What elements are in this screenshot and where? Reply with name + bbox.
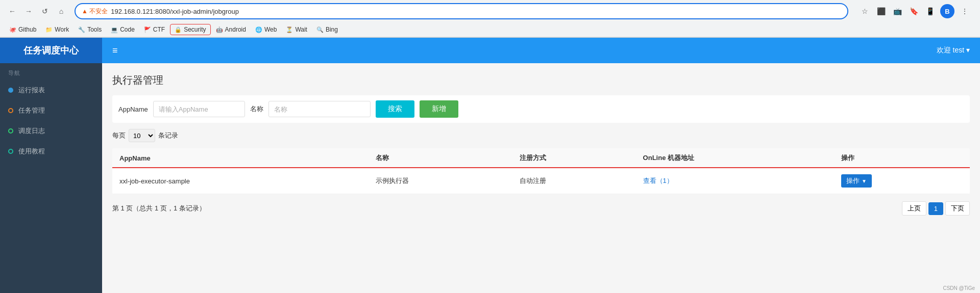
bookmark-code[interactable]: 💻Code — [107, 24, 139, 35]
app-header: 任务调度中心 ≡ 欢迎 test ▾ — [0, 38, 980, 63]
bookmarks-bar: 🐙Github📁Work🔧Tools💻Code🚩CTF🔒Security🤖And… — [0, 22, 980, 37]
bookmark-label: CTF — [153, 26, 165, 33]
page-1-button[interactable]: 1 — [928, 202, 943, 215]
bookmark-web[interactable]: 🌐Web — [251, 24, 281, 35]
app-header-left: 任务调度中心 ≡ — [10, 38, 120, 63]
footer-credit: CSDN @TiGe — [943, 285, 975, 291]
bookmark-icon: 🌐 — [255, 26, 262, 33]
address-text: 192.168.0.121:8080/xxl-job-admin/jobgrou… — [111, 8, 841, 15]
hamburger-button[interactable]: ≡ — [110, 43, 120, 58]
table-header-注册方式: 注册方式 — [512, 148, 636, 168]
table-cell-appname: xxl-job-executor-sample — [112, 168, 369, 194]
sidebar-nav-label: 导航 — [0, 63, 102, 80]
ops-button[interactable]: 操作 ▼ — [841, 174, 872, 188]
bookmark-star-button[interactable]: ☆ — [859, 5, 871, 17]
bookmark-icon: 🐙 — [9, 26, 16, 33]
table-header-名称: 名称 — [369, 148, 512, 168]
pagination-bar: 第 1 页（总共 1 页，1 条记录） 上页 1 下页 — [112, 201, 970, 216]
more-button[interactable]: ⋮ — [959, 5, 971, 17]
online-link[interactable]: 查看（1） — [643, 177, 673, 184]
app-logo: 任务调度中心 — [0, 38, 102, 63]
sidebar-item-1[interactable]: 任务管理 — [0, 100, 102, 121]
bookmark-bing[interactable]: 🔍Bing — [312, 24, 342, 35]
bookmark-label: Web — [264, 26, 277, 33]
sidebar-dot-3 — [8, 149, 13, 154]
appname-input[interactable] — [153, 101, 245, 117]
bookmark-github[interactable]: 🐙Github — [5, 24, 40, 35]
table-header-OnLine 机器地址: OnLine 机器地址 — [636, 148, 834, 168]
name-label: 名称 — [250, 104, 263, 114]
prev-page-button[interactable]: 上页 — [902, 201, 926, 216]
sidebar-label-0: 运行报表 — [18, 86, 45, 95]
forward-button[interactable]: → — [21, 4, 36, 18]
sidebar-item-0[interactable]: 运行报表 — [0, 80, 102, 100]
tablet-icon[interactable]: 📱 — [924, 5, 936, 17]
table-header: AppName名称注册方式OnLine 机器地址操作 — [112, 148, 970, 168]
table-cell-ops[interactable]: 操作 ▼ — [834, 168, 970, 194]
reload-button[interactable]: ↺ — [38, 4, 52, 18]
sidebar-label-3: 使用教程 — [18, 147, 45, 156]
app-layout: 导航 运行报表 任务管理 调度日志 使用教程 执行器管理 AppName 名称 — [0, 63, 980, 293]
search-button[interactable]: 搜索 — [376, 100, 414, 118]
bookmark-ctf[interactable]: 🚩CTF — [140, 24, 169, 35]
filter-bar: AppName 名称 搜索 新增 — [112, 95, 970, 123]
table-header-操作: 操作 — [834, 148, 970, 168]
table-cell-online[interactable]: 查看（1） — [636, 168, 834, 194]
bookmark-wait[interactable]: ⏳Wait — [282, 24, 311, 35]
bookmark-icon: 🤖 — [216, 26, 223, 33]
table-cell-name: 示例执行器 — [369, 168, 512, 194]
welcome-text[interactable]: 欢迎 test ▾ — [937, 46, 970, 55]
next-page-button[interactable]: 下页 — [945, 201, 970, 216]
bookmark-icon: 🔍 — [316, 26, 324, 33]
bookmark-work[interactable]: 📁Work — [41, 24, 73, 35]
bookmark-icon: 🚩 — [144, 26, 151, 33]
profile-button[interactable]: B — [940, 4, 954, 18]
bookmark-label: Security — [184, 26, 206, 33]
main-content: 执行器管理 AppName 名称 搜索 新增 每页 10 20 50 100 — [102, 63, 980, 293]
bookmark-android[interactable]: 🤖Android — [212, 24, 250, 35]
sidebar-item-3[interactable]: 使用教程 — [0, 141, 102, 162]
pagination-info: 第 1 页（总共 1 页，1 条记录） — [112, 204, 206, 213]
records-bar: 每页 10 20 50 100 条记录 — [112, 129, 970, 142]
bookmark-label: Android — [225, 26, 246, 33]
table-cell-reg-type: 自动注册 — [512, 168, 636, 194]
app-container: 任务调度中心 ≡ 欢迎 test ▾ 导航 运行报表 任务管理 调度日志 使用教… — [0, 38, 980, 293]
bookmark-label: Wait — [295, 26, 307, 33]
sidebar-label-2: 调度日志 — [18, 126, 45, 136]
cast-icon[interactable]: 📺 — [891, 5, 903, 17]
bookmark-label: Work — [55, 26, 69, 33]
bookmark-icon: 📁 — [45, 26, 53, 33]
per-page-select[interactable]: 10 20 50 100 — [129, 129, 155, 142]
address-bar[interactable]: ▲ 不安全 192.168.0.121:8080/xxl-job-admin/j… — [75, 3, 848, 19]
browser-controls: ← → ↺ ⌂ ▲ 不安全 192.168.0.121:8080/xxl-job… — [0, 0, 980, 22]
browser-actions: ☆ ⬛ 📺 🔖 📱 B ⋮ — [854, 4, 975, 18]
browser-chrome: ← → ↺ ⌂ ▲ 不安全 192.168.0.121:8080/xxl-job… — [0, 0, 980, 38]
bookmark-tools[interactable]: 🔧Tools — [74, 24, 106, 35]
pagination-controls: 上页 1 下页 — [902, 201, 970, 216]
bookmark-label: Bing — [326, 26, 338, 33]
bookmark-security[interactable]: 🔒Security — [170, 24, 210, 35]
bookmark-icon: 💻 — [111, 26, 118, 33]
appname-label: AppName — [118, 105, 148, 113]
back-button[interactable]: ← — [5, 4, 19, 18]
bookmark-label: Code — [120, 26, 135, 33]
security-warning: ▲ 不安全 — [82, 7, 108, 16]
per-page-label: 每页 — [112, 131, 126, 140]
name-input[interactable] — [268, 101, 371, 117]
extension-icon[interactable]: ⬛ — [875, 5, 887, 17]
home-button[interactable]: ⌂ — [54, 4, 68, 18]
data-table: AppName名称注册方式OnLine 机器地址操作 xxl-job-execu… — [112, 148, 970, 194]
bookmark-icon: ⏳ — [286, 26, 293, 33]
bookmark-label: Github — [18, 26, 36, 33]
sidebar-dot-1 — [8, 108, 13, 113]
bookmark-label: Tools — [87, 26, 102, 33]
save-icon[interactable]: 🔖 — [908, 5, 920, 17]
sidebar-dot-0 — [8, 88, 13, 93]
add-button[interactable]: 新增 — [420, 100, 458, 118]
sidebar-item-2[interactable]: 调度日志 — [0, 121, 102, 141]
bookmark-icon: 🔒 — [175, 26, 182, 33]
records-label: 条记录 — [158, 131, 178, 140]
sidebar-dot-2 — [8, 128, 13, 134]
table-header-row: AppName名称注册方式OnLine 机器地址操作 — [112, 148, 970, 168]
table-row: xxl-job-executor-sample示例执行器自动注册查看（1）操作 … — [112, 168, 970, 194]
